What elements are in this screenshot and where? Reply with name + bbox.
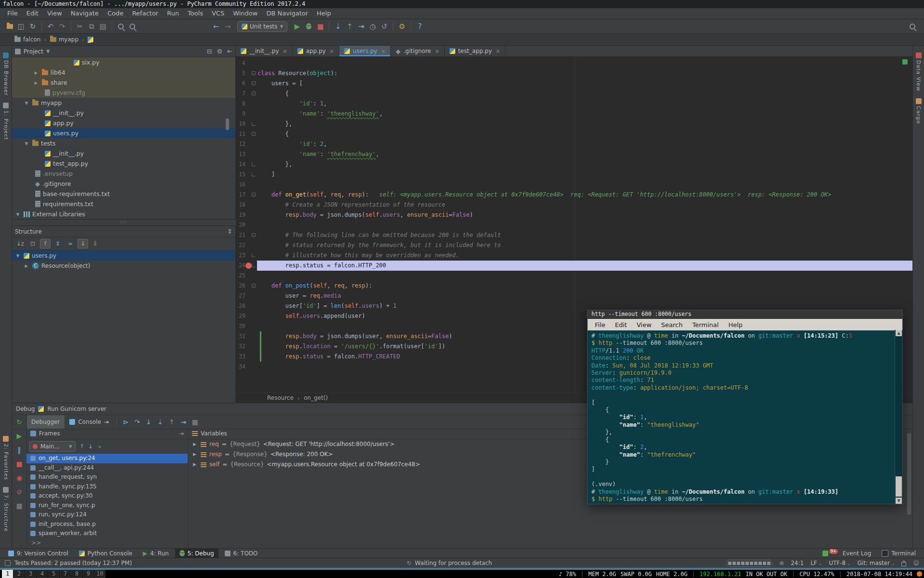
- structure-toolbar-icon-2[interactable]: f: [40, 239, 51, 249]
- view-breakpoints-icon[interactable]: ◉: [13, 473, 25, 483]
- stripe-button-db-browser[interactable]: DB Browser: [0, 53, 12, 96]
- close-icon[interactable]: ×: [283, 48, 287, 54]
- terminal-window[interactable]: http --timeout 600 :8000/users FileEditV…: [587, 310, 903, 504]
- code-line-19[interactable]: 19 resp.body = json.dumps(self.users, en…: [236, 210, 912, 220]
- run-to-cursor-icon[interactable]: ⇥: [178, 417, 189, 427]
- editor-breadcrumb-item[interactable]: Resource: [267, 394, 294, 401]
- copy-icon[interactable]: ⧉: [86, 21, 97, 32]
- fold-marker-icon[interactable]: −: [252, 81, 256, 85]
- code-line-6[interactable]: 6− users = [: [236, 79, 912, 89]
- workspace-8[interactable]: 8: [71, 570, 82, 578]
- structure-toolbar-icon-1[interactable]: ⊡: [27, 239, 38, 249]
- code-line-5[interactable]: 5−class Resource(object):: [236, 68, 912, 79]
- project-scrollbar[interactable]: [226, 118, 229, 130]
- workspace-1[interactable]: 1: [2, 570, 13, 578]
- frame-row[interactable]: __call__, api.py:244: [26, 463, 188, 473]
- menu-vcs[interactable]: VCS: [207, 8, 229, 19]
- tree-item-pyvenv-cfg[interactable]: pyvenv.cfg: [12, 88, 235, 98]
- code-line-18[interactable]: 18 # Create a JSON representation of the…: [236, 200, 912, 210]
- fold-marker-icon[interactable]: −: [252, 284, 256, 288]
- menu-code[interactable]: Code: [103, 8, 128, 19]
- menu-run[interactable]: Run: [163, 8, 183, 19]
- stripe-button-cargo[interactable]: Cargo: [913, 98, 924, 124]
- scroll-up-icon[interactable]: ▲: [896, 330, 902, 336]
- settings-icon[interactable]: ⚙: [396, 21, 408, 32]
- collapse-all-icon[interactable]: ⊟: [207, 48, 212, 55]
- terminal-menu-view[interactable]: View: [632, 321, 656, 328]
- close-icon[interactable]: ×: [496, 48, 500, 54]
- frame-row[interactable]: init_process, base.p: [26, 520, 188, 529]
- close-icon[interactable]: ×: [381, 48, 385, 54]
- rerun-icon[interactable]: ↻: [13, 417, 25, 427]
- chevron-down-icon[interactable]: ▼: [46, 49, 50, 54]
- breadcrumb-item-userspy[interactable]: users.py: [88, 37, 91, 43]
- scroll-down-icon[interactable]: ▼: [896, 498, 902, 504]
- structure-toolbar-icon-0[interactable]: ↓z: [15, 239, 26, 249]
- code-line-11[interactable]: 11− {: [236, 129, 912, 139]
- force-step-into-icon[interactable]: ⇣: [154, 417, 166, 427]
- structure-toolbar-icon-4[interactable]: ≍: [65, 239, 76, 249]
- pause-icon[interactable]: ‖: [13, 445, 25, 455]
- menu-file[interactable]: File: [3, 8, 22, 19]
- pin-icon[interactable]: ⇥: [179, 430, 184, 437]
- tree-item--gitignore[interactable]: ◆.gitignore: [12, 179, 235, 189]
- pin-icon[interactable]: ⇥: [104, 415, 109, 429]
- frame-row[interactable]: handle, sync.py:135: [26, 482, 188, 492]
- project-panel-header[interactable]: Project ▼ ⊟⚙⇤: [12, 46, 235, 57]
- paste-icon[interactable]: ▤: [97, 21, 109, 32]
- code-line-25[interactable]: 25: [236, 271, 912, 281]
- undo-icon[interactable]: ↶: [45, 21, 56, 32]
- mute-breakpoints-icon[interactable]: ⊘: [13, 486, 25, 497]
- workspace-9[interactable]: 9: [83, 570, 94, 578]
- frame-up-icon[interactable]: ↑: [79, 443, 84, 450]
- file-encoding[interactable]: UTF-8 ⌄: [829, 560, 850, 566]
- code-line-22[interactable]: 22 # status returned by the framework, b…: [236, 240, 912, 250]
- frame-row[interactable]: spawn_worker, arbit: [26, 529, 188, 539]
- terminal-menu-help[interactable]: Help: [724, 321, 747, 328]
- restore-layout-icon[interactable]: ▦: [13, 500, 25, 511]
- workspace-5[interactable]: 5: [48, 570, 59, 578]
- fold-marker-icon[interactable]: −: [252, 193, 256, 197]
- frame-row[interactable]: accept, sync.py:30: [26, 491, 188, 501]
- tree-item-users-py[interactable]: users.py: [12, 128, 235, 138]
- push-icon[interactable]: ⇥: [355, 21, 367, 32]
- code-line-26[interactable]: 26− def on_post(self, req, resp):: [236, 281, 912, 291]
- code-line-10[interactable]: 10 },: [236, 119, 912, 129]
- lock-icon[interactable]: [901, 562, 906, 566]
- code-line-15[interactable]: 15 ]: [236, 170, 912, 180]
- open-icon[interactable]: [4, 21, 15, 32]
- scroll-thumb[interactable]: [896, 476, 902, 497]
- menu-tools[interactable]: Tools: [183, 8, 207, 19]
- save-all-icon[interactable]: ◫: [15, 21, 27, 32]
- breadcrumb-item-falcon[interactable]: falcon: [14, 36, 40, 43]
- show-execution-point-icon[interactable]: ⊳: [120, 417, 131, 427]
- fold-marker-icon[interactable]: [252, 253, 256, 257]
- close-icon[interactable]: ×: [435, 48, 439, 54]
- rollback-icon[interactable]: ↺: [378, 21, 390, 32]
- git-branch[interactable]: Git: master ⌄: [858, 560, 895, 566]
- frame-row[interactable]: handle_request, syn: [26, 473, 188, 482]
- tree-item-share[interactable]: ▶share: [12, 78, 235, 88]
- tab-test_apppy[interactable]: test_app.py×: [445, 46, 505, 56]
- fold-marker-icon[interactable]: −: [252, 92, 256, 95]
- terminal-scrollbar[interactable]: ▲ ▼: [895, 330, 902, 504]
- debug-icon[interactable]: [303, 21, 314, 32]
- structure-toolbar-icon-5[interactable]: ⇓: [77, 239, 88, 249]
- stripe-button-2-favorites[interactable]: 2: Favorites: [0, 436, 12, 480]
- tool-button-event-log[interactable]: 9+Event Log: [818, 549, 875, 558]
- frame-row[interactable]: run, sync.py:124: [26, 510, 188, 520]
- find-icon[interactable]: [115, 21, 127, 32]
- tree-item-six-py[interactable]: six.py: [12, 57, 235, 67]
- search-everywhere-icon[interactable]: [907, 21, 918, 32]
- fold-marker-icon[interactable]: −: [252, 233, 256, 237]
- breadcrumb-item-myapp[interactable]: myapp: [50, 36, 78, 43]
- tree-item-app-py[interactable]: app.py: [12, 118, 235, 128]
- tree-item-myapp[interactable]: ▼myapp: [12, 98, 235, 108]
- terminal-title[interactable]: http --timeout 600 :8000/users: [588, 310, 902, 319]
- hector-icon[interactable]: ☺: [913, 560, 919, 566]
- code-line-24[interactable]: 24 resp.status = falcon.HTTP_200: [236, 261, 912, 271]
- inspections-ok-icon[interactable]: [902, 59, 908, 65]
- tree-item-External-Libraries[interactable]: ▼External Libraries: [12, 209, 235, 219]
- tree-item-users-py[interactable]: ▼users.py: [12, 250, 235, 261]
- tab-gitignore[interactable]: ◆.gitignore×: [391, 46, 445, 56]
